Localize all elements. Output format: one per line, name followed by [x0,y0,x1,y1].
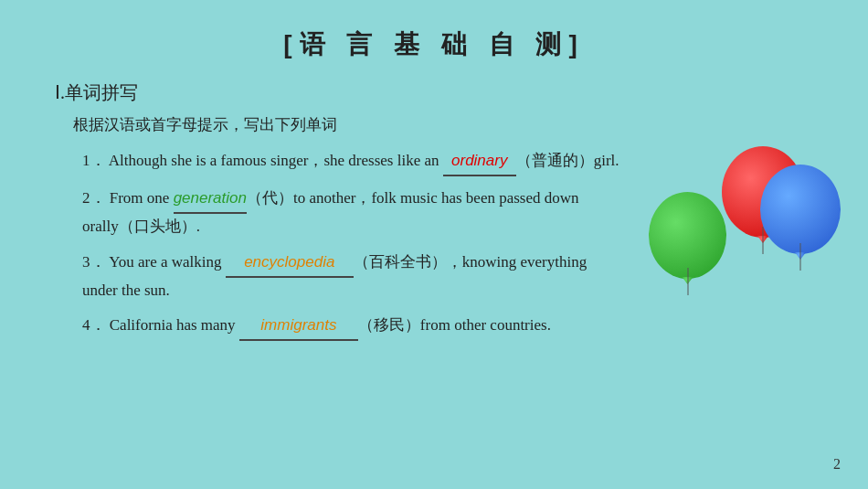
answer-ordinary: ordinary [443,148,516,176]
balloons-decoration [649,146,831,347]
balloon-green [649,192,726,279]
item-continuation: orally（口头地）. [82,218,200,235]
answer-encyclopedia: encyclopedia [226,250,354,278]
item-continuation: under the sun. [82,282,170,299]
answer-immigrants: immigrants [239,313,358,341]
item-number: 3． [82,253,106,271]
instruction-text: 根据汉语或首字母提示，写出下列单词 [73,114,813,135]
answer-generation: generation [174,186,247,214]
item-text-after: （移民）from other countries. [358,316,551,334]
item-text-before: Although she is a famous singer，she dres… [109,152,443,169]
page-title: [语 言 基 础 自 测] [55,27,813,62]
item-text-after: （代）to another，folk music has been passed… [247,189,579,207]
item-number: 4． [82,316,106,334]
page-number: 2 [833,456,841,473]
section-heading: Ⅰ.单词拼写 [55,80,813,105]
balloon-blue [760,165,841,254]
item-text-before: You are a walking [109,253,226,271]
main-page: [语 言 基 础 自 测] Ⅰ.单词拼写 根据汉语或首字母提示，写出下列单词 1… [0,0,868,489]
item-text-before: From one [110,189,174,207]
item-text-before: California has many [110,316,239,334]
item-text-after: （普通的）girl. [516,152,619,169]
item-number: 1． [82,152,106,169]
item-number: 2． [82,189,106,207]
item-text-after: （百科全书），knowing everything [354,253,587,271]
